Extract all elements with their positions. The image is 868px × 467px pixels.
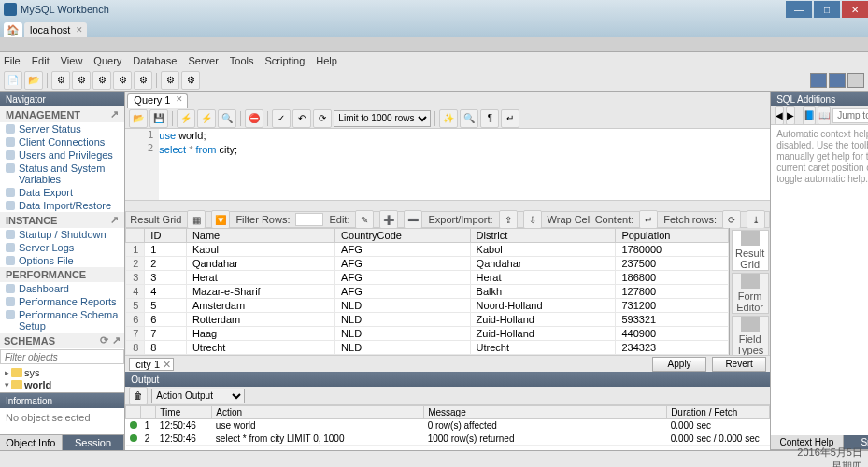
filter-rows-input[interactable] <box>295 213 323 226</box>
revert-button[interactable]: Revert <box>712 357 766 372</box>
refresh-icon[interactable]: ⟳ <box>100 334 108 347</box>
nav-item[interactable]: Performance Reports <box>0 295 124 308</box>
nav-item[interactable]: Status and System Variables <box>0 162 124 186</box>
query-tab[interactable]: Query 1 ✕ <box>127 93 188 108</box>
forward-icon[interactable]: ▶ <box>786 106 795 125</box>
minimize-button[interactable]: — <box>786 1 812 18</box>
fetch-button[interactable]: ⟳ <box>722 210 741 229</box>
open-file-button[interactable]: 📂 <box>129 109 148 128</box>
tool-button[interactable]: ⚙ <box>92 71 111 90</box>
nav-item[interactable]: Dashboard <box>0 282 124 295</box>
new-sql-tab-button[interactable]: 📄 <box>4 71 22 90</box>
table-row[interactable]: 44Mazar-e-SharifAFGBalkh127800 <box>126 285 729 299</box>
tool-button[interactable]: ⚙ <box>161 71 179 90</box>
sql-editor[interactable]: 12 use world; select * from city; <box>125 129 770 200</box>
invisible-button[interactable]: ¶ <box>480 109 499 128</box>
autocommit-button[interactable]: ⟳ <box>313 109 332 128</box>
close-icon[interactable]: ✕ <box>176 94 183 104</box>
nav-item[interactable]: Data Export <box>0 186 124 199</box>
result-tab[interactable]: city 1 ✕ <box>129 358 174 371</box>
stop-button[interactable]: ⛔ <box>245 109 263 128</box>
schema-world[interactable]: ▾world <box>2 378 122 390</box>
save-button[interactable]: 💾 <box>149 109 168 128</box>
toggle-bottom-panel[interactable] <box>829 73 846 88</box>
nav-item[interactable]: Performance Schema Setup <box>0 308 124 333</box>
menu-help[interactable]: Help <box>316 55 337 66</box>
fetch-button[interactable]: ⤓ <box>747 210 765 229</box>
close-icon[interactable]: ✕ <box>163 359 171 371</box>
maximize-button[interactable]: □ <box>814 1 840 18</box>
nav-item[interactable]: Client Connections <box>0 135 124 149</box>
nav-item[interactable]: Server Logs <box>0 241 124 254</box>
table-row[interactable]: 22QandaharAFGQandahar237500 <box>126 257 729 271</box>
result-grid-tab[interactable]: Result Grid <box>732 230 769 271</box>
menu-file[interactable]: File <box>4 55 21 66</box>
back-icon[interactable]: ◀ <box>775 106 784 125</box>
execute-button[interactable]: ⚡ <box>177 109 195 128</box>
nav-item[interactable]: Data Import/Restore <box>0 199 124 212</box>
export-button[interactable]: ⇪ <box>499 210 518 229</box>
table-row[interactable]: 33HeratAFGHerat186800 <box>126 271 729 285</box>
nav-item[interactable]: Startup / Shutdown <box>0 228 124 241</box>
form-editor-tab[interactable]: Form Editor <box>732 273 769 314</box>
toggle-right-panel[interactable] <box>847 73 864 88</box>
open-sql-button[interactable]: 📂 <box>24 71 43 90</box>
table-row[interactable]: 77HaagNLDZuid-Holland440900 <box>126 327 729 341</box>
limit-select[interactable]: Limit to 1000 rows <box>334 110 431 127</box>
beautify-button[interactable]: ✨ <box>439 109 458 128</box>
address-bar <box>0 37 868 52</box>
nav-item[interactable]: Server Status <box>0 122 124 135</box>
clear-output-button[interactable]: 🗑 <box>129 387 148 405</box>
field-types-tab[interactable]: Field Types <box>732 316 769 355</box>
result-grid[interactable]: IDNameCountryCodeDistrictPopulation11Kab… <box>125 228 729 355</box>
session-tab[interactable]: Session <box>63 435 125 450</box>
collapse-icon[interactable]: ↗ <box>112 334 121 347</box>
table-row[interactable]: 11KabulAFGKabol1780000 <box>126 243 729 257</box>
find-button[interactable]: 🔍 <box>460 109 478 128</box>
menu-tools[interactable]: Tools <box>230 55 254 66</box>
edit-button[interactable]: ✎ <box>355 210 374 229</box>
auto-help-icon[interactable]: 📘 <box>803 106 816 125</box>
tool-button[interactable]: ⚙ <box>134 71 152 90</box>
manual-help-icon[interactable]: 📖 <box>818 106 831 125</box>
import-button[interactable]: ⇩ <box>523 210 542 229</box>
wrap-button[interactable]: ↵ <box>639 210 658 229</box>
apply-button[interactable]: Apply <box>652 357 706 372</box>
table-row[interactable]: 88UtrechtNLDUtrecht234323 <box>126 341 729 355</box>
connection-tab[interactable]: localhost ✕ <box>24 22 87 37</box>
toggle-left-panel[interactable] <box>810 73 827 88</box>
object-info-tab[interactable]: Object Info <box>0 435 63 450</box>
edit-button[interactable]: ➕ <box>379 210 398 229</box>
commit-button[interactable]: ✓ <box>272 109 291 128</box>
schema-sys[interactable]: ▸sys <box>2 366 122 378</box>
menu-scripting[interactable]: Scripting <box>265 55 306 66</box>
close-icon[interactable]: ✕ <box>76 25 83 35</box>
menu-server[interactable]: Server <box>188 55 218 66</box>
context-help-text: Automatic context help is disabled. Use … <box>771 125 868 189</box>
output-type-select[interactable]: Action Output <box>151 389 245 403</box>
filter-icon[interactable]: 🔽 <box>211 210 230 229</box>
statusbar: 2016年5月5日 星期四 <box>0 450 868 467</box>
nav-item[interactable]: Options File <box>0 254 124 267</box>
tool-button[interactable]: ⚙ <box>72 71 91 90</box>
table-row[interactable]: 55AmsterdamNLDNoord-Holland731200 <box>126 299 729 313</box>
tool-button[interactable]: ⚙ <box>51 71 70 90</box>
rollback-button[interactable]: ↶ <box>292 109 311 128</box>
explain-button[interactable]: 🔍 <box>218 109 236 128</box>
menu-database[interactable]: Database <box>133 55 177 66</box>
tool-button[interactable]: ⚙ <box>181 71 200 90</box>
home-tab[interactable]: 🏠 <box>4 22 22 37</box>
tool-button[interactable]: ⚙ <box>113 71 132 90</box>
menu-query[interactable]: Query <box>93 55 121 66</box>
window-close-button[interactable]: ✕ <box>842 1 868 18</box>
table-row[interactable]: 66RotterdamNLDZuid-Holland593321 <box>126 313 729 327</box>
menu-edit[interactable]: Edit <box>32 55 50 66</box>
edit-button[interactable]: ➖ <box>404 210 422 229</box>
wrap-button[interactable]: ↵ <box>501 109 519 128</box>
menu-view[interactable]: View <box>61 55 83 66</box>
execute-current-button[interactable]: ⚡ <box>197 109 216 128</box>
jump-to-input[interactable] <box>832 108 868 123</box>
nav-item[interactable]: Users and Privileges <box>0 149 124 162</box>
schema-filter-input[interactable] <box>0 349 124 364</box>
grid-icon[interactable]: ▦ <box>187 210 206 229</box>
